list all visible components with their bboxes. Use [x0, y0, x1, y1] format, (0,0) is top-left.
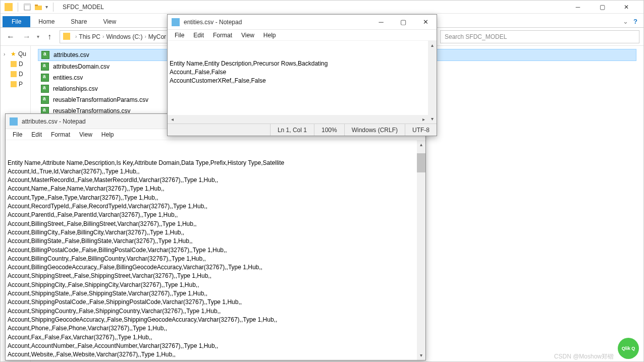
status-zoom: 100% — [314, 124, 344, 136]
new-folder-icon[interactable] — [34, 3, 42, 11]
folder-icon — [11, 61, 17, 67]
watermark-text: CSDN @Moshow郑锴 — [554, 352, 614, 361]
scroll-left-icon[interactable]: ◂ — [168, 115, 177, 124]
menu-view[interactable]: View — [237, 31, 258, 40]
scroll-right-icon[interactable]: ▸ — [419, 115, 428, 124]
minimize-button[interactable]: ─ — [569, 2, 587, 12]
qlik-badge-icon[interactable]: Qlik Q — [618, 338, 639, 359]
close-button[interactable]: ✕ — [617, 2, 635, 12]
notepad-textarea[interactable]: Entity Name,Entity Description,Precursor… — [168, 41, 437, 124]
tree-item[interactable]: P — [2, 79, 29, 89]
scroll-up-icon[interactable]: ▴ — [428, 41, 437, 50]
status-cursor-pos: Ln 1, Col 1 — [270, 124, 314, 136]
maximize-button[interactable]: ▢ — [593, 2, 611, 12]
status-line-ending: Windows (CRLF) — [344, 124, 405, 136]
close-button[interactable]: ✕ — [414, 15, 437, 30]
chevron-right-icon[interactable]: › — [144, 34, 146, 39]
notepad-titlebar[interactable]: entities.csv - Notepad ─ ▢ ✕ — [168, 15, 437, 30]
explorer-titlebar[interactable]: ▾ SFDC_MODEL ─ ▢ ✕ — [1, 1, 643, 14]
menu-format[interactable]: Format — [47, 130, 74, 139]
notepad-icon — [172, 18, 180, 26]
svg-rect-3 — [35, 5, 38, 6]
maximize-button[interactable]: ▢ — [392, 15, 414, 30]
nav-history-caret[interactable]: ▾ — [37, 34, 39, 39]
properties-icon[interactable] — [23, 3, 31, 11]
scrollbar-thumb[interactable] — [417, 153, 425, 172]
nav-up-button[interactable]: ↑ — [43, 31, 56, 43]
folder-icon — [11, 81, 17, 87]
tree-item[interactable]: D — [2, 59, 29, 69]
folder-icon — [11, 71, 17, 77]
csv-icon — [41, 51, 49, 59]
notepad-textarea[interactable]: Entity Name,Attribute Name,Description,I… — [6, 140, 425, 360]
horizontal-scrollbar[interactable]: ◂ ▸ — [168, 115, 428, 124]
separator — [18, 3, 18, 12]
separator — [53, 3, 53, 12]
chevron-right-icon[interactable]: › — [75, 34, 77, 39]
notepad-window-attributes: attributes.csv - Notepad File Edit Forma… — [5, 113, 426, 360]
csv-icon — [41, 63, 49, 71]
explorer-window-title: SFDC_MODEL — [63, 4, 104, 11]
breadcrumb: MyCor — [148, 33, 166, 40]
menu-file[interactable]: File — [171, 31, 188, 40]
tree-item-quick-access[interactable]: ›★Qu — [2, 49, 29, 59]
vertical-scrollbar[interactable]: ▴ ▾ — [428, 41, 437, 124]
menu-help[interactable]: Help — [259, 31, 280, 40]
status-encoding: UTF-8 — [405, 124, 437, 136]
tab-share[interactable]: Share — [63, 16, 95, 27]
folder-icon — [5, 3, 13, 11]
menu-view[interactable]: View — [75, 130, 96, 139]
quick-access-toolbar: ▾ — [1, 3, 60, 12]
menu-format[interactable]: Format — [209, 31, 236, 40]
menu-file[interactable]: File — [9, 130, 26, 139]
notepad-title: attributes.csv - Notepad — [22, 118, 86, 125]
nav-back-button[interactable]: ← — [5, 31, 17, 43]
qat-customize-caret[interactable]: ▾ — [45, 4, 48, 10]
menu-help[interactable]: Help — [97, 130, 118, 139]
menu-edit[interactable]: Edit — [27, 130, 46, 139]
ribbon-expand-icon[interactable]: ⌄ — [623, 18, 628, 25]
text-content: Entity Name,Attribute Name,Description,I… — [8, 159, 423, 360]
notepad-icon — [10, 117, 18, 126]
csv-icon — [41, 85, 49, 93]
breadcrumb: This PC› — [79, 33, 104, 40]
notepad-window-entities: entities.csv - Notepad ─ ▢ ✕ File Edit F… — [167, 14, 437, 136]
help-icon[interactable]: ? — [633, 18, 637, 25]
svg-rect-1 — [24, 4, 30, 6]
minimize-button[interactable]: ─ — [370, 15, 392, 30]
star-icon: ★ — [11, 50, 16, 57]
window-controls: ─ ▢ ✕ — [561, 2, 643, 12]
folder-icon — [63, 33, 71, 41]
tab-home[interactable]: Home — [30, 16, 63, 27]
nav-forward-button[interactable]: → — [21, 31, 33, 43]
scroll-down-icon[interactable]: ▾ — [417, 351, 425, 360]
csv-icon — [41, 74, 49, 82]
svg-rect-2 — [35, 6, 42, 10]
scroll-down-icon[interactable]: ▾ — [428, 114, 437, 124]
scroll-up-icon[interactable]: ▴ — [417, 140, 425, 149]
notepad-title: entities.csv - Notepad — [184, 19, 242, 26]
text-content: Entity Name,Entity Description,Precursor… — [170, 59, 435, 86]
tab-file[interactable]: File — [3, 16, 30, 27]
chevron-right-icon[interactable]: › — [102, 34, 104, 39]
notepad-menubar: File Edit Format View Help — [168, 30, 437, 41]
notepad-statusbar: Ln 1, Col 1 100% Windows (CRLF) UTF-8 — [168, 124, 437, 136]
csv-icon — [41, 96, 49, 104]
tree-item[interactable]: D — [2, 69, 29, 79]
search-input[interactable]: Search SFDC_MODEL — [440, 30, 639, 43]
menu-edit[interactable]: Edit — [189, 31, 208, 40]
status-spacer — [168, 124, 270, 136]
tab-view[interactable]: View — [95, 16, 124, 27]
breadcrumb: Windows (C:)› — [106, 33, 146, 40]
vertical-scrollbar[interactable]: ▴ ▾ — [417, 140, 425, 360]
